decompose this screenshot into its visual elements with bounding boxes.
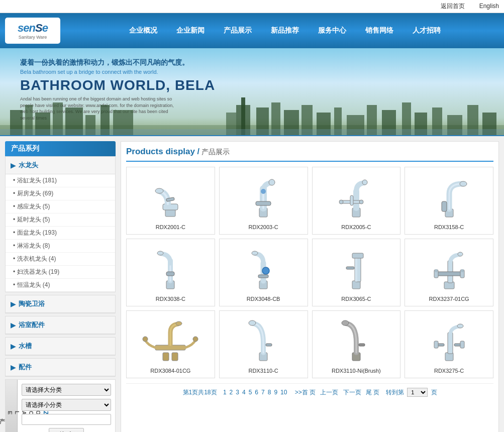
- product-item[interactable]: RDX3065-C: [312, 239, 401, 306]
- faucet-items: • 浴缸龙头 (181)• 厨房龙头 (69)• 感应龙头 (5)• 延时龙头 …: [6, 174, 115, 292]
- arrow-icon-parts: ▶: [11, 364, 16, 371]
- sidebar-item[interactable]: • 洗衣机龙头 (4): [6, 253, 115, 266]
- page-link-7[interactable]: 7: [261, 389, 265, 396]
- svg-rect-51: [258, 275, 268, 278]
- product-image: [224, 315, 304, 365]
- category-select-major[interactable]: 请选择大分类: [22, 384, 111, 396]
- sidebar-section-header-parts[interactable]: ▶ 配件: [6, 359, 115, 376]
- product-name: RDX3048-CB: [224, 296, 304, 302]
- product-item[interactable]: RDX3048-CB: [219, 239, 308, 306]
- page-link-5[interactable]: 5: [249, 389, 252, 396]
- product-item[interactable]: RDX3158-C: [405, 167, 493, 235]
- sidebar-item[interactable]: • 延时龙头 (5): [6, 213, 115, 227]
- product-item[interactable]: RDX3038-C: [126, 239, 215, 306]
- sidebar-section-header-ceramic[interactable]: ▶ 陶瓷卫浴: [6, 295, 115, 313]
- svg-point-63: [435, 269, 438, 272]
- parts-section-label: 配件: [19, 363, 32, 372]
- svg-rect-82: [434, 341, 438, 348]
- product-name: RDX3158-C: [409, 224, 489, 230]
- sidebar-item[interactable]: • 面盆龙头 (193): [6, 227, 115, 240]
- nav-item-企业新闻[interactable]: 企业新闻: [167, 22, 214, 39]
- svg-point-30: [155, 188, 163, 193]
- page-link-9[interactable]: 9: [274, 389, 277, 396]
- pagination: 第1页共18页 12345678910 >>首 页 上一页 下一页 尾 页 转到…: [126, 383, 493, 401]
- sidebar-item[interactable]: • 感应龙头 (5): [6, 200, 115, 213]
- nav-link-上一页[interactable]: 上一页: [320, 389, 340, 396]
- svg-rect-65: [163, 353, 169, 361]
- sidebar-section-bath[interactable]: ▶ 浴室配件: [5, 316, 116, 335]
- product-item[interactable]: RDX3110-Ni(Brush): [312, 310, 401, 378]
- header: senSe Sanitary Ware 企业概况企业新闻产品展示新品推荐服务中心…: [0, 13, 504, 48]
- search-input[interactable]: [22, 414, 111, 425]
- product-item[interactable]: RDX3084-01CG: [126, 310, 215, 378]
- search-button[interactable]: 搜 索: [49, 428, 83, 432]
- product-image: [224, 243, 304, 293]
- faucet-section-label: 水龙头: [19, 161, 38, 170]
- product-image: [317, 171, 396, 222]
- english-link[interactable]: English: [479, 3, 499, 10]
- logo-text: senSe: [11, 22, 54, 35]
- banner: 凝着一份执着的激情和动力，锻炼出不同凡响的气度。 Bela bathroom s…: [0, 48, 504, 136]
- content-title: Products display / 产品展示: [126, 147, 493, 162]
- search-label: Z O C A L E 产 品 搜 索: [6, 380, 18, 432]
- product-item[interactable]: RDX3275-C: [405, 310, 493, 378]
- svg-rect-66: [172, 353, 178, 361]
- product-image: [409, 243, 489, 293]
- product-image: [131, 171, 211, 222]
- pagination-goto-suffix: 页: [431, 389, 437, 396]
- city-silhouette: [0, 95, 504, 135]
- sidebar-item[interactable]: • 妇洗器龙头 (19): [6, 266, 115, 279]
- product-name: RDX2003-C: [224, 224, 304, 230]
- page-link-1[interactable]: 1: [223, 389, 227, 396]
- product-name: RDX2005-C: [317, 224, 396, 230]
- sidebar-item[interactable]: • 厨房龙头 (69): [6, 187, 115, 200]
- page-link-10[interactable]: 10: [280, 389, 287, 396]
- svg-rect-76: [359, 344, 365, 346]
- nav-link-下一页[interactable]: 下一页: [343, 389, 363, 396]
- nav-link-尾 页[interactable]: 尾 页: [366, 389, 381, 396]
- sidebar-section-ceramic[interactable]: ▶ 陶瓷卫浴: [5, 295, 116, 313]
- nav-item-新品推荐[interactable]: 新品推荐: [262, 22, 308, 39]
- svg-point-49: [252, 251, 258, 255]
- page-link-2[interactable]: 2: [230, 389, 233, 396]
- pagination-text: 第1页共18页: [183, 389, 217, 396]
- product-grid: RDX2001-C RDX2003-C RDX2005-C: [126, 167, 493, 378]
- nav-item-人才招聘[interactable]: 人才招聘: [404, 22, 450, 39]
- svg-rect-39: [350, 195, 353, 205]
- sidebar-section-header-bath[interactable]: ▶ 浴室配件: [6, 316, 115, 334]
- svg-point-46: [157, 251, 163, 255]
- sink-section-label: 水槽: [19, 342, 32, 351]
- product-item[interactable]: RDX2001-C: [126, 167, 215, 235]
- bath-section-label: 浴室配件: [19, 320, 45, 330]
- sidebar-section-parts[interactable]: ▶ 配件: [5, 358, 116, 377]
- product-item[interactable]: RDX2005-C: [312, 167, 401, 235]
- sidebar-item[interactable]: • 浴缸龙头 (181): [6, 174, 115, 187]
- sidebar-section-header-faucet[interactable]: ▶ 水龙头: [6, 157, 115, 174]
- sidebar-item[interactable]: • 恒温龙头 (4): [6, 279, 115, 292]
- page-link-3[interactable]: 3: [236, 389, 239, 396]
- page-link-8[interactable]: 8: [268, 389, 271, 396]
- sidebar-item[interactable]: • 淋浴龙头 (8): [6, 240, 115, 253]
- product-item[interactable]: RDX3237-01CG: [405, 239, 493, 306]
- content-title-en: Products display: [126, 147, 195, 156]
- sidebar-section-sink[interactable]: ▶ 水槽: [5, 337, 116, 356]
- sidebar-section-header-sink[interactable]: ▶ 水槽: [6, 338, 115, 355]
- sidebar: 产品系列 ▶ 水龙头 • 浴缸龙头 (181)• 厨房龙头 (69)• 感应龙头…: [5, 141, 116, 432]
- nav-item-销售网络[interactable]: 销售网络: [356, 22, 402, 39]
- nav-item-服务中心[interactable]: 服务中心: [309, 22, 355, 39]
- nav-item-企业概况[interactable]: 企业概况: [120, 22, 166, 39]
- home-link[interactable]: 返回首页: [441, 3, 465, 10]
- pagination-goto-select[interactable]: 123456789101112131415161718: [407, 388, 428, 397]
- svg-point-37: [362, 180, 367, 185]
- nav-link->>首 页[interactable]: >>首 页: [295, 389, 318, 396]
- product-item[interactable]: RDX2003-C: [219, 167, 308, 235]
- nav-item-产品展示[interactable]: 产品展示: [215, 22, 261, 39]
- product-item[interactable]: RDX3110-C: [219, 310, 308, 378]
- product-name: RDX3237-01CG: [409, 296, 489, 302]
- page-link-6[interactable]: 6: [255, 389, 258, 396]
- page-link-4[interactable]: 4: [242, 389, 246, 396]
- product-name: RDX3110-Ni(Brush): [317, 368, 396, 374]
- main-nav: 企业概况企业新闻产品展示新品推荐服务中心销售网络人才招聘: [70, 22, 499, 39]
- pagination-pages: 12345678910: [222, 389, 289, 396]
- category-select-minor[interactable]: 请选择小分类: [22, 399, 111, 411]
